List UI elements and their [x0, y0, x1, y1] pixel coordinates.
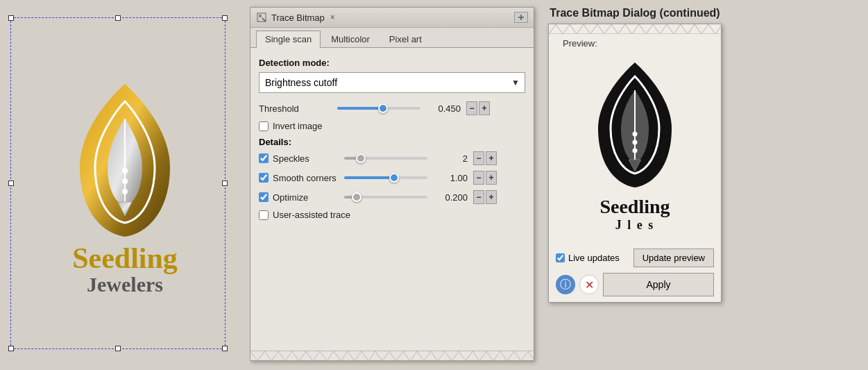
threshold-decrement-button[interactable]: − — [466, 101, 477, 115]
preview-logo-jewelers: J l e s — [615, 218, 655, 233]
preview-zigzag-top — [549, 24, 721, 34]
speckles-slider-track[interactable] — [344, 157, 427, 160]
apply-row: ⓘ ✕ Apply — [556, 273, 714, 296]
optimize-checkbox[interactable] — [259, 192, 269, 202]
optimize-stepper: − + — [473, 190, 497, 204]
canvas-logo: Seedling Jewelers — [72, 81, 178, 296]
close-circle-icon: ✕ — [585, 278, 594, 292]
logo-jewelers-text: Jewelers — [72, 273, 178, 296]
preview-controls-row: Live updates Update preview — [556, 249, 714, 267]
speckles-label[interactable]: Speckles — [273, 153, 309, 164]
speckles-increment-button[interactable]: + — [486, 151, 497, 165]
threshold-slider-fill — [337, 107, 383, 110]
detection-mode-label: Detection mode: — [259, 58, 525, 68]
info-icon: ⓘ — [560, 278, 571, 292]
smooth-corners-decrement-button[interactable]: − — [473, 171, 484, 185]
tab-single-scan[interactable]: Single scan — [256, 31, 321, 48]
optimize-slider-track[interactable] — [344, 196, 427, 199]
canvas-area: Seedling Jewelers — [0, 0, 250, 370]
svg-point-3 — [122, 189, 128, 194]
handle-bl[interactable] — [8, 346, 14, 351]
handle-bc[interactable] — [115, 346, 121, 351]
preview-content: Seedling J l e s — [549, 49, 721, 243]
dialog-title-bar: Trace Bitmap × — [250, 8, 534, 28]
smooth-corners-slider-thumb[interactable] — [389, 173, 399, 183]
close-circle-button[interactable]: ✕ — [579, 275, 599, 294]
right-panel-heading: Trace Bitmap Dialog (continued) — [550, 0, 720, 24]
optimize-decrement-button[interactable]: − — [473, 190, 484, 204]
optimize-value: 0.200 — [433, 192, 468, 203]
dialog-content: Detection mode: Brightness cutoff Edge d… — [250, 48, 534, 351]
preview-logo-svg — [590, 59, 680, 191]
preview-image-area: Seedling J l e s — [565, 56, 704, 236]
info-button[interactable]: ⓘ — [556, 275, 575, 294]
speckles-slider-thumb[interactable] — [356, 153, 366, 163]
smooth-corners-value: 1.00 — [433, 173, 468, 183]
optimize-increment-button[interactable]: + — [486, 190, 497, 204]
right-panel-wrapper: Trace Bitmap Dialog (continued) Preview: — [548, 0, 722, 303]
detection-mode-dropdown-row: Brightness cutoff Edge detection Color q… — [259, 72, 525, 93]
threshold-label: Threshold — [259, 103, 332, 114]
dialog-title-text: Trace Bitmap — [271, 12, 325, 23]
logo-text: Seedling Jewelers — [72, 244, 178, 296]
speckles-stepper: − + — [473, 151, 497, 165]
optimize-label[interactable]: Optimize — [273, 192, 308, 203]
svg-point-1 — [122, 168, 128, 174]
live-updates-row: Live updates — [556, 253, 620, 263]
threshold-stepper: − + — [466, 101, 490, 115]
smooth-corners-increment-button[interactable]: + — [486, 171, 497, 185]
preview-panel: Preview: Seedling J l — [548, 24, 722, 303]
threshold-slider-track[interactable] — [337, 107, 420, 110]
preview-logo-seedling: Seedling — [599, 196, 670, 218]
threshold-value: 0.450 — [426, 103, 461, 114]
detection-mode-select[interactable]: Brightness cutoff Edge detection Color q… — [259, 72, 525, 93]
speckles-checkbox-row: Speckles — [259, 153, 339, 164]
optimize-row: Optimize 0.200 − + — [259, 190, 525, 204]
invert-image-label[interactable]: Invert image — [273, 121, 323, 131]
tab-multicolor[interactable]: Multicolor — [322, 31, 379, 47]
svg-point-2 — [122, 178, 128, 184]
user-assisted-checkbox[interactable] — [259, 210, 269, 220]
handle-mr[interactable] — [222, 180, 228, 186]
details-label: Details: — [259, 137, 525, 147]
live-updates-checkbox[interactable] — [556, 253, 565, 262]
handle-tc[interactable] — [115, 15, 121, 21]
dialog-zigzag-bottom — [250, 351, 534, 360]
apply-button[interactable]: Apply — [603, 273, 714, 296]
speckles-value: 2 — [433, 153, 468, 164]
logo-seedling-text: Seedling — [72, 244, 178, 273]
dialog-close-button[interactable]: × — [330, 12, 335, 22]
preview-label: Preview: — [563, 38, 597, 49]
trace-bitmap-icon — [256, 12, 267, 23]
handle-br[interactable] — [222, 346, 228, 351]
optimize-slider-thumb[interactable] — [352, 192, 361, 202]
threshold-slider-thumb[interactable] — [378, 103, 388, 113]
handle-tr[interactable] — [222, 15, 228, 21]
tab-bar: Single scan Multicolor Pixel art — [250, 28, 534, 48]
speckles-decrement-button[interactable]: − — [473, 151, 484, 165]
speckles-checkbox[interactable] — [259, 153, 269, 163]
detection-mode-wrapper[interactable]: Brightness cutoff Edge detection Color q… — [259, 72, 525, 93]
smooth-corners-slider-track[interactable] — [344, 176, 427, 179]
smooth-corners-label[interactable]: Smooth corners — [273, 173, 337, 183]
smooth-corners-checkbox-row: Smooth corners — [259, 173, 339, 183]
svg-point-7 — [633, 132, 638, 137]
threshold-increment-button[interactable]: + — [479, 101, 490, 115]
preview-label-row: Preview: — [549, 34, 721, 49]
handle-ml[interactable] — [8, 180, 14, 186]
threshold-row: Threshold 0.450 − + — [259, 101, 525, 115]
dialog-pin-button[interactable] — [514, 12, 528, 23]
smooth-corners-checkbox[interactable] — [259, 173, 269, 183]
user-assisted-label[interactable]: User-assisted trace — [273, 210, 350, 220]
svg-point-8 — [633, 140, 638, 145]
tab-pixel-art[interactable]: Pixel art — [380, 31, 431, 47]
invert-image-row: Invert image — [259, 121, 525, 131]
optimize-checkbox-row: Optimize — [259, 192, 339, 203]
svg-rect-5 — [259, 15, 262, 17]
preview-bottom-controls: Live updates Update preview ⓘ ✕ Apply — [549, 243, 721, 302]
update-preview-button[interactable]: Update preview — [633, 249, 714, 267]
trace-bitmap-dialog: Trace Bitmap × Single scan Multicolor Pi… — [250, 7, 534, 361]
handle-tl[interactable] — [8, 15, 14, 21]
live-updates-label[interactable]: Live updates — [568, 253, 620, 263]
invert-image-checkbox[interactable] — [259, 121, 269, 131]
